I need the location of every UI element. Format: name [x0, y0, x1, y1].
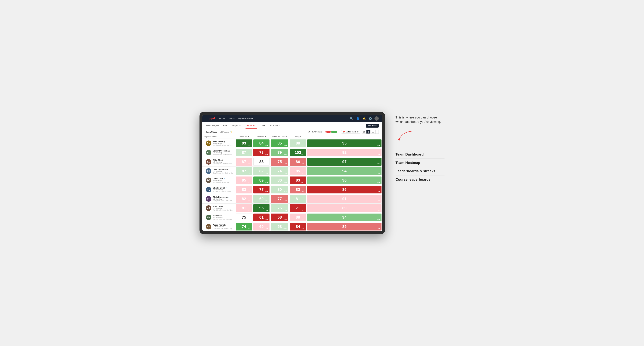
last-rounds-button[interactable]: 📅 Last Rounds: 20 [341, 130, 360, 134]
subnav-hcaps[interactable]: Hcaps 1-5 [232, 123, 241, 129]
score-change: -2▼ [378, 209, 380, 211]
nav-links: Home Teams My Performance [219, 117, 345, 120]
subnav-teamclippd[interactable]: Team Clippd [246, 123, 257, 129]
player-avatar: BM [206, 141, 212, 146]
subnav-allplayers[interactable]: All Players [270, 123, 280, 129]
player-club: Woburn Golf Club, United Kingdom [213, 218, 234, 220]
logo[interactable]: clippd [206, 117, 215, 120]
score-change: +8▲ [284, 145, 287, 146]
bell-icon[interactable]: 🔔 [362, 116, 366, 121]
score-cell-0-2: 85 +8▲ [270, 139, 289, 148]
edit-icon[interactable]: ✏️ [230, 131, 232, 133]
player-name: Josh Coles [213, 205, 234, 207]
player-handicap: 1-5 Handicap [213, 198, 234, 200]
subnav-pga[interactable]: PGA [223, 123, 228, 129]
score-cell-2-3: 86 -6▼ [289, 157, 306, 167]
player-info: Blair McHarg Plus Handicap Royal North D… [213, 141, 234, 146]
table-row[interactable]: EC Edward Crossman 1-5 Handicap Sunningd… [202, 148, 382, 157]
score-change: -10▼ [301, 181, 304, 183]
score-change: -3▼ [378, 200, 380, 202]
col-header-offtee[interactable]: Off the Tee ▼ [235, 135, 253, 139]
col-header-player[interactable]: Player Quality ▼ [202, 135, 235, 139]
score-cell-7-3: 71 -11▼ [289, 204, 306, 213]
score-change: +1▲ [377, 172, 380, 174]
player-club: Drift Golf Club, United Kingdom [213, 228, 234, 229]
score-value: 74 [242, 224, 246, 229]
player-info: David Ford ✓ Plus Handicap Royal North D… [213, 177, 234, 183]
subnav-pgat[interactable]: PGAT Players [206, 123, 219, 129]
last-rounds-label: Last Rounds: [346, 131, 356, 133]
list-view-btn[interactable]: ☰ [371, 130, 375, 134]
score-cell-1-1: 73 -11▼ [253, 148, 270, 157]
nav-link-teams[interactable]: Teams [228, 117, 234, 120]
heatmap-view-btn[interactable]: ▦ [366, 130, 370, 134]
player-club: Royal North Devon Golf Club, United King… [213, 144, 234, 146]
score-cell-1-2: 79 +9▲ [270, 148, 289, 157]
download-btn[interactable]: ↓ [376, 130, 379, 134]
score-change: -1▼ [266, 228, 268, 229]
menu-item[interactable]: Course leaderboards [396, 175, 444, 184]
score-value: 86 [342, 187, 346, 192]
search-icon[interactable]: 🔍 [349, 116, 354, 121]
table-row[interactable]: BM Blair McHarg Plus Handicap Royal Nort… [202, 139, 382, 148]
player-info: Dave Billingham 1-5 Handicap Gog Magog G… [213, 168, 234, 174]
table-row[interactable]: MM Matt Miller 6-10 Handicap Woburn Golf… [202, 213, 382, 222]
score-change: +15▲ [301, 154, 305, 155]
score-cell-9-1: 60 -1▼ [253, 222, 270, 231]
table-row[interactable]: CR Chris Robertson ✓ 1-5 Handicap Craigm… [202, 194, 382, 204]
team-controls: 20 Round Change -5 +5 📅 Last Rounds: 20 [308, 130, 379, 134]
score-value: 87 [242, 150, 246, 155]
table-row[interactable]: DB Dave Billingham 1-5 Handicap Gog Mago… [202, 167, 382, 176]
player-avatar: JC [206, 205, 212, 211]
table-row[interactable]: DF David Ford ✓ Plus Handicap Royal Nort… [202, 176, 382, 185]
score-value: 82 [259, 169, 264, 173]
score-change: +4▲ [265, 172, 268, 174]
player-handicap: 1-5 Handicap [213, 152, 234, 154]
score-cell-6-2: 77 -3▼ [270, 194, 289, 204]
table-row[interactable]: AN Aaron Nicholls 11-15 Handicap Drift G… [202, 222, 382, 231]
score-change: -1▼ [302, 145, 304, 146]
score-cell-3-3: 85 -3▼ [289, 167, 306, 176]
player-handicap: Plus Handicap [213, 143, 234, 144]
col-header-approach[interactable]: Approach ▼ [253, 135, 270, 139]
score-change: -3▼ [378, 154, 380, 155]
table-row[interactable]: CQ Charlie Quick ✓ 6-10 Handicap St. Geo… [202, 185, 382, 194]
score-value: 89 [259, 178, 264, 183]
user-icon[interactable]: 👤 [356, 116, 360, 121]
score-value: 95 [342, 141, 346, 146]
player-name: Edward Crossman [213, 150, 234, 152]
score-value: 83 [296, 178, 300, 183]
add-team-button[interactable]: Add Team [366, 124, 379, 128]
score-cell-5-1: 77 -14▼ [253, 185, 270, 194]
player-avatar: MM [206, 215, 212, 220]
nav-link-myperformance[interactable]: My Performance [238, 117, 254, 120]
score-cell-1-3: 103 +15▲ [289, 148, 306, 157]
score-cell-7-1: 95 +8▲ [253, 204, 270, 213]
score-cell-7-0: 81 -3▼ [235, 204, 253, 213]
table-row[interactable]: EE Elliot Ebert 1-5 Handicap Sunningdale… [202, 157, 382, 167]
menu-item[interactable]: Team Dashboard [396, 150, 444, 159]
player-handicap: 1-5 Handicap [213, 161, 234, 163]
player-info: Aaron Nicholls 11-15 Handicap Drift Golf… [213, 224, 234, 229]
grid-view-btn[interactable]: ⊞ [362, 130, 366, 134]
player-handicap: 6-10 Handicap [213, 217, 234, 218]
score-cell-5-4: 86 -8▼ [306, 185, 382, 194]
menu-item[interactable]: Team Heatmap [396, 159, 444, 167]
score-change: -6▼ [302, 191, 304, 192]
settings-icon[interactable]: ⚙️ [368, 116, 372, 121]
subnav-tour[interactable]: Tour [262, 123, 266, 129]
avatar[interactable] [374, 116, 379, 121]
col-header-putting[interactable]: Putting ▼ [289, 135, 306, 139]
score-cell-0-3: 88 -1▼ [289, 139, 306, 148]
table-row[interactable]: JC Josh Coles 1-5 Handicap Royal North D… [202, 204, 382, 213]
col-header-around[interactable]: Around the Green ▼ [270, 135, 289, 139]
score-value: 80 [278, 187, 282, 192]
score-change: -6▼ [302, 163, 304, 165]
menu-item[interactable]: Leaderboards & streaks [396, 167, 444, 175]
score-change: -4▼ [284, 219, 287, 220]
score-value: 61 [259, 215, 264, 220]
score-value: 88 [296, 215, 300, 220]
score-value: 85 [242, 178, 246, 183]
score-value: 93 [242, 141, 246, 146]
nav-link-home[interactable]: Home [219, 117, 225, 120]
